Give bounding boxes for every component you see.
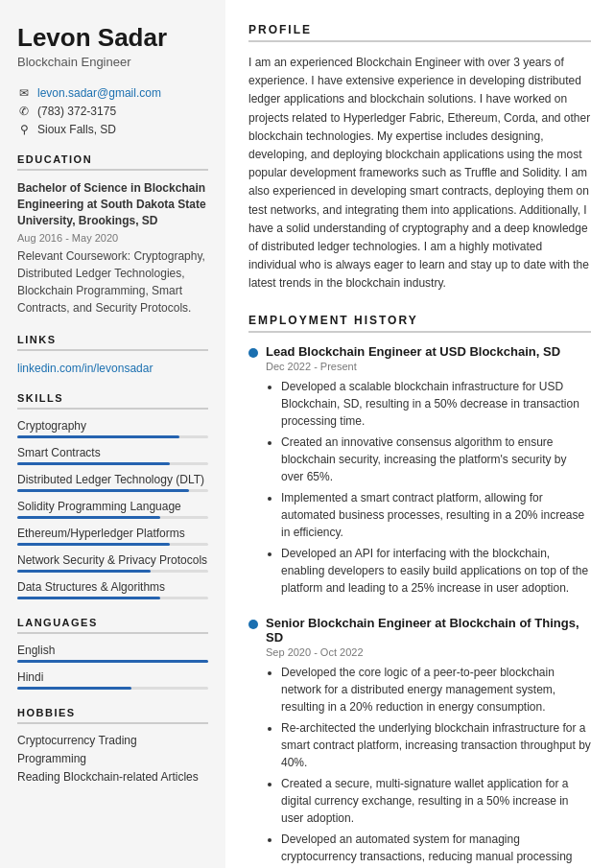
emp-content: Senior Blockchain Engineer at Blockchain…: [266, 616, 591, 868]
skill-name: Ethereum/Hyperledger Platforms: [17, 527, 208, 540]
bullet-item: Created an innovative consensus algorith…: [281, 434, 591, 485]
location-text: Sioux Falls, SD: [37, 123, 116, 136]
linkedin-link[interactable]: linkedin.com/in/levonsadar: [17, 362, 153, 375]
skill-item: Cryptography: [17, 419, 208, 438]
language-bar-bg: [17, 660, 208, 663]
language-bar-bg: [17, 687, 208, 690]
profile-section: PROFILE I am an experienced Blockchain E…: [248, 23, 591, 293]
skill-item: Data Structures & Algorithms: [17, 580, 208, 599]
skill-item: Network Security & Privacy Protocols: [17, 553, 208, 573]
language-name: English: [17, 644, 208, 657]
bullet-item: Re-architected the underlying blockchain…: [281, 719, 591, 771]
skill-bar-bg: [17, 516, 208, 519]
education-section-title: EDUCATION: [17, 153, 208, 171]
edu-degree: Bachelor of Science in Blockchain Engine…: [17, 180, 208, 228]
sidebar: Levon Sadar Blockchain Engineer ✉ levon.…: [0, 0, 225, 868]
emp-title: Lead Blockchain Engineer at USD Blockcha…: [266, 344, 591, 359]
skill-name: Distributed Ledger Technology (DLT): [17, 473, 208, 486]
email-link[interactable]: levon.sadar@gmail.com: [37, 86, 161, 100]
skill-name: Data Structures & Algorithms: [17, 580, 208, 594]
contact-section: ✉ levon.sadar@gmail.com ✆ (783) 372-3175…: [17, 86, 208, 136]
language-item: Hindi: [17, 670, 208, 690]
employment-section: EMPLOYMENT HISTORY Lead Blockchain Engin…: [248, 314, 591, 868]
hobby-item: Programming: [17, 752, 208, 765]
skill-bar-bg: [17, 462, 208, 465]
phone-icon: ✆: [17, 105, 31, 118]
links-section-title: LINKS: [17, 334, 208, 351]
languages-section: LANGUAGES English Hindi: [17, 617, 208, 690]
language-bar-fill: [17, 687, 131, 690]
phone-text: (783) 372-3175: [37, 105, 116, 118]
skill-bar-fill: [17, 543, 170, 546]
emp-bullets: Developed a scalable blockchain infrastr…: [266, 378, 591, 597]
candidate-name: Levon Sadar: [17, 23, 208, 53]
skill-name: Solidity Programming Language: [17, 500, 208, 513]
skill-bar-bg: [17, 543, 208, 546]
emp-date: Sep 2020 - Oct 2022: [266, 646, 591, 658]
skill-bar-fill: [17, 435, 179, 438]
main-content: PROFILE I am an experienced Blockchain E…: [225, 0, 614, 868]
skill-bar-bg: [17, 489, 208, 492]
emp-content: Lead Blockchain Engineer at USD Blockcha…: [266, 344, 591, 600]
skill-item: Smart Contracts: [17, 446, 208, 465]
skill-name: Smart Contracts: [17, 446, 208, 459]
skill-name: Network Security & Privacy Protocols: [17, 553, 208, 567]
emp-bullets: Developed the core logic of a peer-to-pe…: [266, 664, 591, 868]
skill-bar-fill: [17, 462, 170, 465]
contact-location: ⚲ Sioux Falls, SD: [17, 123, 208, 136]
skill-item: Ethereum/Hyperledger Platforms: [17, 527, 208, 546]
bullet-item: Created a secure, multi-signature wallet…: [281, 775, 591, 827]
edu-date: Aug 2016 - May 2020: [17, 232, 208, 244]
emp-dot: [248, 348, 258, 358]
sidebar-identity: Levon Sadar Blockchain Engineer: [17, 23, 208, 69]
email-icon: ✉: [17, 86, 31, 100]
edu-coursework: Relevant Coursework: Cryptography, Distr…: [17, 247, 208, 317]
skill-bar-bg: [17, 597, 208, 599]
candidate-title: Blockchain Engineer: [17, 55, 208, 69]
employment-job: Senior Blockchain Engineer at Blockchain…: [248, 616, 591, 868]
bullet-item: Developed an automated system for managi…: [281, 831, 591, 868]
language-bar-fill: [17, 660, 208, 663]
skill-bar-fill: [17, 516, 160, 519]
bullet-item: Developed a scalable blockchain infrastr…: [281, 378, 591, 430]
hobbies-section: HOBBIES Cryptocurrency TradingProgrammin…: [17, 707, 208, 784]
bullet-item: Implemented a smart contract platform, a…: [281, 489, 591, 541]
languages-section-title: LANGUAGES: [17, 617, 208, 634]
skills-section: SKILLS Cryptography Smart Contracts Dist…: [17, 392, 208, 599]
emp-date: Dec 2022 - Present: [266, 361, 591, 372]
profile-text: I am an experienced Blockchain Engineer …: [248, 54, 591, 293]
skill-item: Solidity Programming Language: [17, 500, 208, 519]
emp-title: Senior Blockchain Engineer at Blockchain…: [266, 616, 591, 645]
location-icon: ⚲: [17, 123, 31, 136]
bullet-item: Developed the core logic of a peer-to-pe…: [281, 664, 591, 716]
profile-section-title: PROFILE: [248, 23, 591, 42]
hobby-item: Reading Blockchain-related Articles: [17, 770, 208, 784]
emp-dot: [248, 620, 258, 629]
language-item: English: [17, 644, 208, 663]
employment-job: Lead Blockchain Engineer at USD Blockcha…: [248, 344, 591, 600]
skill-item: Distributed Ledger Technology (DLT): [17, 473, 208, 492]
skill-bar-fill: [17, 570, 151, 573]
language-name: Hindi: [17, 670, 208, 684]
bullet-item: Developed an API for interfacing with th…: [281, 545, 591, 597]
skills-section-title: SKILLS: [17, 392, 208, 410]
links-section: LINKS linkedin.com/in/levonsadar: [17, 334, 208, 375]
hobby-item: Cryptocurrency Trading: [17, 734, 208, 747]
education-section: EDUCATION Bachelor of Science in Blockch…: [17, 153, 208, 316]
skill-bar-fill: [17, 489, 189, 492]
contact-phone: ✆ (783) 372-3175: [17, 105, 208, 118]
skill-bar-bg: [17, 435, 208, 438]
hobbies-section-title: HOBBIES: [17, 707, 208, 724]
contact-email[interactable]: ✉ levon.sadar@gmail.com: [17, 86, 208, 100]
skill-bar-bg: [17, 570, 208, 573]
skill-name: Cryptography: [17, 419, 208, 433]
employment-section-title: EMPLOYMENT HISTORY: [248, 314, 591, 333]
skill-bar-fill: [17, 597, 160, 599]
